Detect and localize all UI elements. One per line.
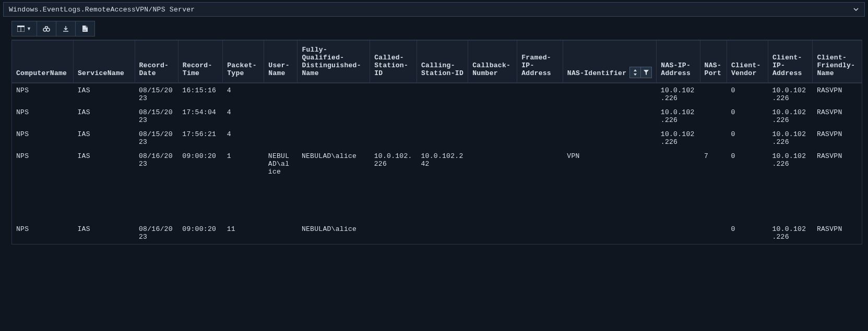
cell-nasipaddress: 10.0.102.226 bbox=[657, 105, 700, 127]
cell-recorddate: 08/16/2023 bbox=[135, 222, 178, 244]
column-label: Packet-Type bbox=[227, 62, 257, 77]
chevron-down-icon bbox=[853, 6, 859, 13]
cell-callbacknumber bbox=[468, 149, 517, 222]
cell-username: NEBULAD\alice bbox=[264, 149, 298, 222]
cell-nasport: 7 bbox=[700, 149, 727, 222]
column-label: NAS-Identifier bbox=[567, 69, 626, 77]
results-grid: ComputerName ServiceName Record-Date Rec… bbox=[11, 40, 862, 244]
download-button[interactable] bbox=[56, 21, 76, 36]
column-header-called-station-id[interactable]: Called-Station-ID bbox=[370, 41, 417, 83]
column-header-callback-number[interactable]: Callback-Number bbox=[468, 41, 517, 83]
column-header-fq-distinguished-name[interactable]: Fully-Qualified-Distinguished-Name bbox=[298, 41, 370, 83]
column-header-client-vendor[interactable]: Client-Vendor bbox=[727, 41, 768, 83]
sort-icon bbox=[633, 69, 638, 76]
column-header-calling-station-id[interactable]: Calling-Station-ID bbox=[417, 41, 468, 83]
svg-point-4 bbox=[46, 28, 50, 31]
column-header-client-ip-address[interactable]: Client-IP-Address bbox=[768, 41, 812, 83]
cell-computername: NPS bbox=[12, 127, 74, 149]
cell-clientipaddress: 10.0.102.226 bbox=[768, 127, 812, 149]
caret-down-icon: ▼ bbox=[27, 26, 31, 31]
download-icon bbox=[63, 26, 69, 32]
column-header-record-date[interactable]: Record-Date bbox=[135, 41, 178, 83]
table-row[interactable]: NPSIAS08/16/202309:00:2011NEBULAD\alice0… bbox=[12, 222, 862, 244]
cell-nasidentifier bbox=[563, 105, 656, 127]
cell-clientvendor: 0 bbox=[727, 149, 768, 222]
column-label: Framed-IP-Address bbox=[521, 54, 551, 77]
cell-recorddate: 08/15/2023 bbox=[135, 83, 178, 105]
binoculars-icon bbox=[43, 26, 50, 32]
cell-framedipaddress bbox=[517, 222, 563, 244]
table-row[interactable]: NPSIAS08/16/202309:00:201NEBULAD\aliceNE… bbox=[12, 149, 862, 222]
cell-calledstationid bbox=[370, 105, 417, 127]
cell-recorddate: 08/15/2023 bbox=[135, 127, 178, 149]
column-label: Fully-Qualified-Distinguished-Name bbox=[302, 46, 361, 77]
sort-button[interactable] bbox=[629, 67, 641, 78]
column-header-framed-ip-address[interactable]: Framed-IP-Address bbox=[517, 41, 563, 83]
column-header-record-time[interactable]: Record-Time bbox=[178, 41, 222, 83]
cell-computername: NPS bbox=[12, 105, 74, 127]
cell-clientvendor: 0 bbox=[727, 222, 768, 244]
table-row[interactable]: NPSIAS08/15/202317:54:04410.0.102.226010… bbox=[12, 105, 862, 127]
table-body: NPSIAS08/15/202316:15:16410.0.102.226010… bbox=[12, 83, 862, 244]
cell-clientipaddress: 10.0.102.226 bbox=[768, 222, 812, 244]
svg-point-3 bbox=[43, 28, 46, 31]
query-selector-dropdown[interactable]: Windows.EventLogs.RemoteAccessVPN/NPS Se… bbox=[3, 2, 865, 17]
column-header-nas-port[interactable]: NAS-Port bbox=[700, 41, 727, 83]
cell-callbacknumber bbox=[468, 105, 517, 127]
cell-username bbox=[264, 127, 298, 149]
cell-recordtime: 17:54:04 bbox=[178, 105, 222, 127]
cell-calledstationid bbox=[370, 83, 417, 105]
column-header-user-name[interactable]: User-Name bbox=[264, 41, 298, 83]
column-header-servicename[interactable]: ServiceName bbox=[74, 41, 135, 83]
cell-clientfriendlyname: RASVPN bbox=[813, 83, 862, 105]
cell-clientfriendlyname: RASVPN bbox=[813, 222, 862, 244]
column-header-packet-type[interactable]: Packet-Type bbox=[223, 41, 264, 83]
column-label: Client-Vendor bbox=[731, 62, 761, 77]
filter-button[interactable] bbox=[640, 67, 652, 78]
table-row[interactable]: NPSIAS08/15/202316:15:16410.0.102.226010… bbox=[12, 83, 862, 105]
cell-clientipaddress: 10.0.102.226 bbox=[768, 105, 812, 127]
cell-packettype: 1 bbox=[223, 149, 264, 222]
cell-nasidentifier bbox=[563, 222, 656, 244]
cell-calledstationid bbox=[370, 222, 417, 244]
cell-callbacknumber bbox=[468, 222, 517, 244]
cell-nasport bbox=[700, 105, 727, 127]
cell-fqdn bbox=[298, 105, 370, 127]
cell-clientvendor: 0 bbox=[727, 105, 768, 127]
column-label: ServiceName bbox=[78, 69, 124, 77]
column-label: Client-Friendly-Name bbox=[817, 54, 855, 77]
columns-icon bbox=[17, 26, 25, 32]
cell-callingstationid bbox=[417, 83, 468, 105]
column-label: User-Name bbox=[268, 62, 290, 77]
query-path: Windows.EventLogs.RemoteAccessVPN/NPS Se… bbox=[9, 6, 853, 14]
table-row[interactable]: NPSIAS08/15/202317:56:21410.0.102.226010… bbox=[12, 127, 862, 149]
cell-servicename: IAS bbox=[74, 105, 135, 127]
cell-recordtime: 09:00:20 bbox=[178, 222, 222, 244]
cell-framedipaddress bbox=[517, 127, 563, 149]
search-button[interactable] bbox=[37, 21, 56, 36]
cell-nasport bbox=[700, 127, 727, 149]
cell-packettype: 4 bbox=[223, 83, 264, 105]
column-label: Record-Time bbox=[183, 62, 212, 77]
cell-callingstationid bbox=[417, 222, 468, 244]
cell-framedipaddress bbox=[517, 105, 563, 127]
cell-nasipaddress bbox=[657, 149, 700, 222]
column-label: ComputerName bbox=[16, 69, 67, 77]
column-label: NAS-Port bbox=[705, 62, 721, 77]
svg-text:csv: csv bbox=[83, 29, 86, 31]
column-label: Calling-Station-ID bbox=[421, 62, 463, 77]
column-label: Callback-Number bbox=[472, 62, 510, 77]
column-header-client-friendly-name[interactable]: Client-Friendly-Name bbox=[813, 41, 862, 83]
column-header-computername[interactable]: ComputerName bbox=[12, 41, 74, 83]
cell-callbacknumber bbox=[468, 127, 517, 149]
export-csv-button[interactable]: csv bbox=[75, 21, 95, 36]
toolbar: ▼ csv bbox=[11, 21, 868, 36]
cell-clientfriendlyname: RASVPN bbox=[813, 149, 862, 222]
results-table: ComputerName ServiceName Record-Date Rec… bbox=[12, 41, 862, 244]
column-header-nas-identifier[interactable]: NAS-Identifier bbox=[563, 41, 656, 83]
cell-packettype: 11 bbox=[223, 222, 264, 244]
columns-toggle-button[interactable]: ▼ bbox=[11, 21, 37, 36]
cell-recordtime: 09:00:20 bbox=[178, 149, 222, 222]
column-header-nas-ip-address[interactable]: NAS-IP-Address bbox=[657, 41, 700, 83]
cell-nasport bbox=[700, 222, 727, 244]
